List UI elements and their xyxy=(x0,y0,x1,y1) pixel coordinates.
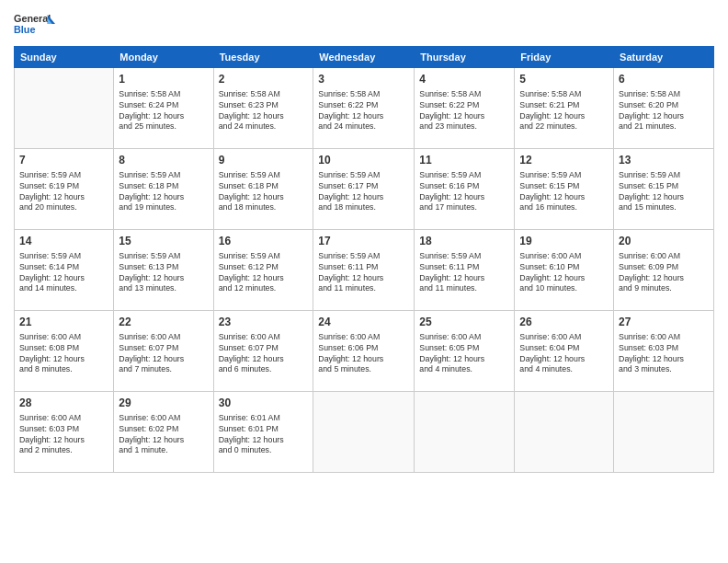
day-info: Sunrise: 6:00 AMSunset: 6:08 PMDaylight:… xyxy=(19,332,108,376)
day-number: 18 xyxy=(419,234,509,249)
day-info: Sunrise: 5:59 AMSunset: 6:19 PMDaylight:… xyxy=(19,170,108,214)
day-number: 1 xyxy=(119,72,208,87)
day-info: Sunrise: 5:59 AMSunset: 6:12 PMDaylight:… xyxy=(219,251,309,295)
day-cell: 8Sunrise: 5:59 AMSunset: 6:18 PMDaylight… xyxy=(114,149,213,230)
day-info: Sunrise: 5:59 AMSunset: 6:18 PMDaylight:… xyxy=(119,170,208,214)
day-cell: 9Sunrise: 5:59 AMSunset: 6:18 PMDaylight… xyxy=(213,149,313,230)
header-saturday: Saturday xyxy=(614,47,714,68)
day-number: 22 xyxy=(119,315,208,330)
day-number: 28 xyxy=(19,396,108,411)
day-number: 21 xyxy=(19,315,108,330)
day-cell: 7Sunrise: 5:59 AMSunset: 6:19 PMDaylight… xyxy=(15,149,114,230)
day-cell xyxy=(415,392,515,473)
day-info: Sunrise: 6:00 AMSunset: 6:05 PMDaylight:… xyxy=(419,332,509,376)
day-number: 3 xyxy=(318,72,409,87)
day-cell: 25Sunrise: 6:00 AMSunset: 6:05 PMDayligh… xyxy=(415,311,515,392)
day-info: Sunrise: 5:59 AMSunset: 6:16 PMDaylight:… xyxy=(419,170,509,214)
day-cell: 22Sunrise: 6:00 AMSunset: 6:07 PMDayligh… xyxy=(114,311,213,392)
day-number: 30 xyxy=(219,396,309,411)
day-cell xyxy=(15,68,114,149)
day-cell: 10Sunrise: 5:59 AMSunset: 6:17 PMDayligh… xyxy=(313,149,415,230)
day-info: Sunrise: 6:00 AMSunset: 6:02 PMDaylight:… xyxy=(119,413,208,457)
day-info: Sunrise: 6:00 AMSunset: 6:03 PMDaylight:… xyxy=(619,332,709,376)
day-info: Sunrise: 6:00 AMSunset: 6:07 PMDaylight:… xyxy=(219,332,309,376)
day-number: 8 xyxy=(119,153,208,168)
svg-text:Blue: Blue xyxy=(14,24,35,35)
day-info: Sunrise: 5:58 AMSunset: 6:20 PMDaylight:… xyxy=(619,89,709,133)
day-info: Sunrise: 5:58 AMSunset: 6:22 PMDaylight:… xyxy=(318,89,409,133)
day-cell: 29Sunrise: 6:00 AMSunset: 6:02 PMDayligh… xyxy=(114,392,213,473)
header-sunday: Sunday xyxy=(15,47,114,68)
day-cell: 15Sunrise: 5:59 AMSunset: 6:13 PMDayligh… xyxy=(114,230,213,311)
day-info: Sunrise: 6:00 AMSunset: 6:06 PMDaylight:… xyxy=(318,332,409,376)
day-info: Sunrise: 5:59 AMSunset: 6:18 PMDaylight:… xyxy=(219,170,309,214)
day-number: 26 xyxy=(519,315,609,330)
day-info: Sunrise: 6:00 AMSunset: 6:03 PMDaylight:… xyxy=(19,413,108,457)
week-row-1: 7Sunrise: 5:59 AMSunset: 6:19 PMDaylight… xyxy=(15,149,714,230)
day-number: 2 xyxy=(219,72,309,87)
day-cell: 1Sunrise: 5:58 AMSunset: 6:24 PMDaylight… xyxy=(114,68,213,149)
day-cell: 5Sunrise: 5:58 AMSunset: 6:21 PMDaylight… xyxy=(515,68,614,149)
day-cell: 4Sunrise: 5:58 AMSunset: 6:22 PMDaylight… xyxy=(415,68,515,149)
day-cell: 27Sunrise: 6:00 AMSunset: 6:03 PMDayligh… xyxy=(614,311,714,392)
day-cell xyxy=(313,392,415,473)
day-info: Sunrise: 6:00 AMSunset: 6:07 PMDaylight:… xyxy=(119,332,208,376)
day-cell: 14Sunrise: 5:59 AMSunset: 6:14 PMDayligh… xyxy=(15,230,114,311)
day-cell: 11Sunrise: 5:59 AMSunset: 6:16 PMDayligh… xyxy=(415,149,515,230)
day-number: 4 xyxy=(419,72,509,87)
week-row-2: 14Sunrise: 5:59 AMSunset: 6:14 PMDayligh… xyxy=(15,230,714,311)
day-info: Sunrise: 5:59 AMSunset: 6:17 PMDaylight:… xyxy=(318,170,409,214)
day-cell: 30Sunrise: 6:01 AMSunset: 6:01 PMDayligh… xyxy=(213,392,313,473)
day-number: 14 xyxy=(19,234,108,249)
week-row-3: 21Sunrise: 6:00 AMSunset: 6:08 PMDayligh… xyxy=(15,311,714,392)
day-number: 10 xyxy=(318,153,409,168)
page: GeneralBlue SundayMondayTuesdayWednesday… xyxy=(0,0,728,563)
day-cell: 12Sunrise: 5:59 AMSunset: 6:15 PMDayligh… xyxy=(515,149,614,230)
day-info: Sunrise: 5:59 AMSunset: 6:14 PMDaylight:… xyxy=(19,251,108,295)
day-number: 25 xyxy=(419,315,509,330)
day-cell: 23Sunrise: 6:00 AMSunset: 6:07 PMDayligh… xyxy=(213,311,313,392)
day-cell: 21Sunrise: 6:00 AMSunset: 6:08 PMDayligh… xyxy=(15,311,114,392)
header-friday: Friday xyxy=(515,47,614,68)
day-cell: 28Sunrise: 6:00 AMSunset: 6:03 PMDayligh… xyxy=(15,392,114,473)
day-cell: 13Sunrise: 5:59 AMSunset: 6:15 PMDayligh… xyxy=(614,149,714,230)
day-number: 11 xyxy=(419,153,509,168)
day-info: Sunrise: 5:58 AMSunset: 6:24 PMDaylight:… xyxy=(119,89,208,133)
day-info: Sunrise: 5:59 AMSunset: 6:13 PMDaylight:… xyxy=(119,251,208,295)
header-wednesday: Wednesday xyxy=(313,47,415,68)
day-number: 29 xyxy=(119,396,208,411)
day-number: 7 xyxy=(19,153,108,168)
svg-text:General: General xyxy=(14,13,51,24)
day-cell: 17Sunrise: 5:59 AMSunset: 6:11 PMDayligh… xyxy=(313,230,415,311)
day-info: Sunrise: 6:00 AMSunset: 6:04 PMDaylight:… xyxy=(519,332,609,376)
day-info: Sunrise: 5:59 AMSunset: 6:15 PMDaylight:… xyxy=(519,170,609,214)
header-tuesday: Tuesday xyxy=(213,47,313,68)
day-info: Sunrise: 5:59 AMSunset: 6:15 PMDaylight:… xyxy=(619,170,709,214)
day-cell: 19Sunrise: 6:00 AMSunset: 6:10 PMDayligh… xyxy=(515,230,614,311)
day-cell xyxy=(515,392,614,473)
day-info: Sunrise: 6:00 AMSunset: 6:09 PMDaylight:… xyxy=(619,251,709,295)
day-cell: 2Sunrise: 5:58 AMSunset: 6:23 PMDaylight… xyxy=(213,68,313,149)
day-info: Sunrise: 5:59 AMSunset: 6:11 PMDaylight:… xyxy=(419,251,509,295)
day-cell: 18Sunrise: 5:59 AMSunset: 6:11 PMDayligh… xyxy=(415,230,515,311)
header-monday: Monday xyxy=(114,47,213,68)
day-number: 13 xyxy=(619,153,709,168)
day-info: Sunrise: 5:58 AMSunset: 6:21 PMDaylight:… xyxy=(519,89,609,133)
day-number: 24 xyxy=(318,315,409,330)
logo: GeneralBlue xyxy=(14,9,60,39)
day-cell: 26Sunrise: 6:00 AMSunset: 6:04 PMDayligh… xyxy=(515,311,614,392)
day-number: 9 xyxy=(219,153,309,168)
week-row-4: 28Sunrise: 6:00 AMSunset: 6:03 PMDayligh… xyxy=(15,392,714,473)
day-cell: 3Sunrise: 5:58 AMSunset: 6:22 PMDaylight… xyxy=(313,68,415,149)
header-row: SundayMondayTuesdayWednesdayThursdayFrid… xyxy=(15,47,714,68)
day-number: 27 xyxy=(619,315,709,330)
calendar-table: SundayMondayTuesdayWednesdayThursdayFrid… xyxy=(14,46,714,473)
day-info: Sunrise: 5:58 AMSunset: 6:22 PMDaylight:… xyxy=(419,89,509,133)
day-number: 12 xyxy=(519,153,609,168)
day-info: Sunrise: 6:01 AMSunset: 6:01 PMDaylight:… xyxy=(219,413,309,457)
day-number: 6 xyxy=(619,72,709,87)
day-number: 20 xyxy=(619,234,709,249)
day-cell: 20Sunrise: 6:00 AMSunset: 6:09 PMDayligh… xyxy=(614,230,714,311)
day-cell xyxy=(614,392,714,473)
day-info: Sunrise: 5:58 AMSunset: 6:23 PMDaylight:… xyxy=(219,89,309,133)
